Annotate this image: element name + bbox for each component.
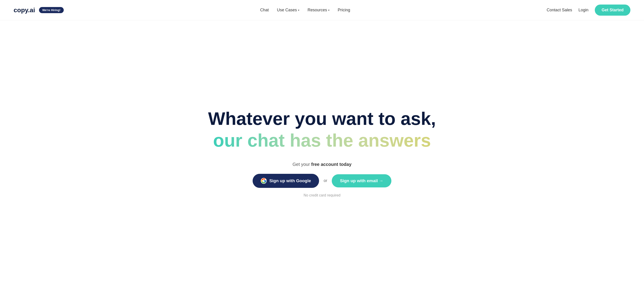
nav-link-resources-label: Resources — [308, 8, 327, 12]
nav-link-use-cases[interactable]: Use Cases ▾ — [277, 8, 299, 12]
nav-link-use-cases-label: Use Cases — [277, 8, 297, 12]
nav-left: copy.ai We're Hiring! — [14, 6, 64, 14]
hero-subtitle: Get your free account today — [292, 162, 352, 167]
cta-row: Sign up with Google or Sign up with emai… — [252, 174, 392, 188]
nav-link-chat-label: Chat — [260, 8, 269, 12]
sign-up-email-label: Sign up with email → — [340, 178, 383, 183]
nav-link-resources[interactable]: Resources ▾ — [308, 8, 330, 12]
nav-link-pricing-label: Pricing — [338, 8, 350, 12]
login-link[interactable]: Login — [578, 8, 588, 12]
nav-center: Chat Use Cases ▾ Resources ▾ Pricing — [260, 8, 350, 12]
logo-text: copy.ai — [14, 6, 35, 14]
hero-section: Whatever you want to ask, our chat has t… — [0, 20, 644, 281]
hiring-badge[interactable]: We're Hiring! — [39, 7, 64, 13]
chevron-down-icon: ▾ — [298, 8, 299, 12]
nav-link-pricing[interactable]: Pricing — [338, 8, 350, 12]
hero-title-line1: Whatever you want to ask, — [208, 109, 436, 129]
sign-up-google-label: Sign up with Google — [270, 178, 311, 183]
sign-up-google-button[interactable]: Sign up with Google — [252, 174, 319, 188]
navbar: copy.ai We're Hiring! Chat Use Cases ▾ R… — [0, 0, 644, 20]
hero-subtitle-prefix: Get your — [292, 162, 311, 167]
nav-right: Contact Sales Login Get Started — [547, 4, 630, 16]
hero-title-line2: our chat has the answers — [213, 131, 431, 150]
chevron-down-icon: ▾ — [328, 8, 330, 12]
sign-up-email-button[interactable]: Sign up with email → — [332, 174, 392, 187]
logo[interactable]: copy.ai — [14, 6, 35, 14]
or-divider-text: or — [324, 178, 327, 183]
get-started-button[interactable]: Get Started — [595, 4, 630, 16]
no-credit-card-text: No credit card required — [304, 193, 340, 197]
nav-link-chat[interactable]: Chat — [260, 8, 269, 12]
hero-subtitle-bold: free account today — [311, 162, 352, 167]
google-icon — [261, 178, 267, 184]
contact-sales-link[interactable]: Contact Sales — [547, 8, 572, 12]
